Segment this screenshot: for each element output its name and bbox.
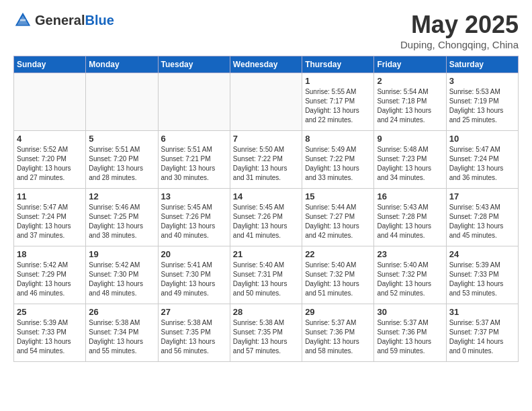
weekday-header-friday: Friday [374,56,446,73]
day-info: Sunrise: 5:37 AM Sunset: 7:36 PM Dayligh… [305,318,371,356]
week-row-4: 18Sunrise: 5:42 AM Sunset: 7:29 PM Dayli… [14,246,519,304]
day-info: Sunrise: 5:41 AM Sunset: 7:30 PM Dayligh… [161,261,227,298]
day-number: 22 [305,249,371,259]
calendar-cell: 15Sunrise: 5:44 AM Sunset: 7:27 PM Dayli… [302,189,374,246]
calendar-cell: 10Sunrise: 5:47 AM Sunset: 7:24 PM Dayli… [446,131,518,189]
calendar-cell: 1Sunrise: 5:55 AM Sunset: 7:17 PM Daylig… [302,73,374,131]
calendar-cell: 5Sunrise: 5:51 AM Sunset: 7:20 PM Daylig… [86,131,158,189]
week-row-3: 11Sunrise: 5:47 AM Sunset: 7:24 PM Dayli… [14,189,519,246]
calendar-cell: 11Sunrise: 5:47 AM Sunset: 7:24 PM Dayli… [14,189,86,246]
calendar-cell: 20Sunrise: 5:41 AM Sunset: 7:30 PM Dayli… [158,246,230,304]
calendar-cell: 9Sunrise: 5:48 AM Sunset: 7:23 PM Daylig… [374,131,446,189]
day-info: Sunrise: 5:51 AM Sunset: 7:20 PM Dayligh… [89,145,154,183]
day-info: Sunrise: 5:45 AM Sunset: 7:26 PM Dayligh… [161,203,227,240]
calendar-cell: 14Sunrise: 5:45 AM Sunset: 7:26 PM Dayli… [230,189,302,246]
calendar-cell: 23Sunrise: 5:40 AM Sunset: 7:32 PM Dayli… [374,246,446,304]
day-number: 25 [17,307,83,317]
weekday-header-thursday: Thursday [302,56,374,73]
calendar-cell: 4Sunrise: 5:52 AM Sunset: 7:20 PM Daylig… [14,131,86,189]
weekday-header-saturday: Saturday [446,56,518,73]
calendar-cell: 3Sunrise: 5:53 AM Sunset: 7:19 PM Daylig… [446,73,518,131]
day-number: 29 [305,307,371,317]
calendar-cell: 24Sunrise: 5:39 AM Sunset: 7:33 PM Dayli… [446,246,518,304]
day-number: 9 [377,134,443,144]
day-info: Sunrise: 5:42 AM Sunset: 7:30 PM Dayligh… [89,261,154,298]
day-number: 14 [233,191,299,201]
day-number: 15 [305,191,371,201]
week-row-1: 1Sunrise: 5:55 AM Sunset: 7:17 PM Daylig… [14,73,519,131]
calendar-cell: 29Sunrise: 5:37 AM Sunset: 7:36 PM Dayli… [302,304,374,362]
calendar-cell: 2Sunrise: 5:54 AM Sunset: 7:18 PM Daylig… [374,73,446,131]
day-info: Sunrise: 5:40 AM Sunset: 7:32 PM Dayligh… [377,261,443,298]
day-number: 19 [89,249,154,259]
weekday-header-sunday: Sunday [14,56,86,73]
day-number: 16 [377,191,443,201]
calendar-cell: 18Sunrise: 5:42 AM Sunset: 7:29 PM Dayli… [14,246,86,304]
day-info: Sunrise: 5:42 AM Sunset: 7:29 PM Dayligh… [17,261,83,298]
weekday-header-tuesday: Tuesday [158,56,230,73]
day-number: 17 [449,191,515,201]
calendar-cell: 12Sunrise: 5:46 AM Sunset: 7:25 PM Dayli… [86,189,158,246]
logo-text: GeneralBlue [35,13,114,28]
calendar-cell: 8Sunrise: 5:49 AM Sunset: 7:22 PM Daylig… [302,131,374,189]
day-number: 28 [233,307,299,317]
day-info: Sunrise: 5:40 AM Sunset: 7:32 PM Dayligh… [305,261,371,298]
day-info: Sunrise: 5:37 AM Sunset: 7:36 PM Dayligh… [377,318,443,356]
day-number: 26 [89,307,154,317]
svg-rect-2 [20,19,26,21]
logo-blue: Blue [85,13,114,28]
calendar-cell: 30Sunrise: 5:37 AM Sunset: 7:36 PM Dayli… [374,304,446,362]
day-number: 6 [161,134,227,144]
calendar-cell: 17Sunrise: 5:43 AM Sunset: 7:28 PM Dayli… [446,189,518,246]
day-info: Sunrise: 5:39 AM Sunset: 7:33 PM Dayligh… [17,318,83,356]
day-number: 10 [449,134,515,144]
logo: GeneralBlue [13,11,114,30]
day-info: Sunrise: 5:44 AM Sunset: 7:27 PM Dayligh… [305,203,371,240]
calendar-cell: 22Sunrise: 5:40 AM Sunset: 7:32 PM Dayli… [302,246,374,304]
day-info: Sunrise: 5:39 AM Sunset: 7:33 PM Dayligh… [449,261,515,298]
calendar-cell: 25Sunrise: 5:39 AM Sunset: 7:33 PM Dayli… [14,304,86,362]
day-number: 5 [89,134,154,144]
weekday-header-wednesday: Wednesday [230,56,302,73]
calendar-cell [230,73,302,131]
day-info: Sunrise: 5:43 AM Sunset: 7:28 PM Dayligh… [449,203,515,240]
calendar-cell [86,73,158,131]
week-row-2: 4Sunrise: 5:52 AM Sunset: 7:20 PM Daylig… [14,131,519,189]
day-number: 31 [449,307,515,317]
calendar-cell: 28Sunrise: 5:38 AM Sunset: 7:35 PM Dayli… [230,304,302,362]
day-info: Sunrise: 5:47 AM Sunset: 7:24 PM Dayligh… [449,145,515,183]
week-row-5: 25Sunrise: 5:39 AM Sunset: 7:33 PM Dayli… [14,304,519,362]
day-number: 2 [377,76,443,86]
day-number: 18 [17,249,83,259]
calendar-cell: 7Sunrise: 5:50 AM Sunset: 7:22 PM Daylig… [230,131,302,189]
calendar-cell: 27Sunrise: 5:38 AM Sunset: 7:35 PM Dayli… [158,304,230,362]
title-block: May 2025 Duping, Chongqing, China [400,11,519,50]
day-number: 8 [305,134,371,144]
title-month: May 2025 [400,11,519,39]
day-info: Sunrise: 5:40 AM Sunset: 7:31 PM Dayligh… [233,261,299,298]
day-info: Sunrise: 5:50 AM Sunset: 7:22 PM Dayligh… [233,145,299,183]
day-number: 4 [17,134,83,144]
day-info: Sunrise: 5:53 AM Sunset: 7:19 PM Dayligh… [449,87,515,125]
calendar-cell: 26Sunrise: 5:38 AM Sunset: 7:34 PM Dayli… [86,304,158,362]
day-number: 21 [233,249,299,259]
calendar-cell: 16Sunrise: 5:43 AM Sunset: 7:28 PM Dayli… [374,189,446,246]
day-info: Sunrise: 5:54 AM Sunset: 7:18 PM Dayligh… [377,87,443,125]
day-info: Sunrise: 5:47 AM Sunset: 7:24 PM Dayligh… [17,203,83,240]
day-number: 13 [161,191,227,201]
day-info: Sunrise: 5:48 AM Sunset: 7:23 PM Dayligh… [377,145,443,183]
day-number: 23 [377,249,443,259]
calendar-cell: 31Sunrise: 5:37 AM Sunset: 7:37 PM Dayli… [446,304,518,362]
day-number: 11 [17,191,83,201]
calendar-cell: 19Sunrise: 5:42 AM Sunset: 7:30 PM Dayli… [86,246,158,304]
day-info: Sunrise: 5:43 AM Sunset: 7:28 PM Dayligh… [377,203,443,240]
day-info: Sunrise: 5:37 AM Sunset: 7:37 PM Dayligh… [449,318,515,356]
day-info: Sunrise: 5:38 AM Sunset: 7:34 PM Dayligh… [89,318,154,356]
calendar-table: SundayMondayTuesdayWednesdayThursdayFrid… [13,56,519,362]
day-info: Sunrise: 5:55 AM Sunset: 7:17 PM Dayligh… [305,87,371,125]
header: GeneralBlue May 2025 Duping, Chongqing, … [13,11,519,50]
day-info: Sunrise: 5:51 AM Sunset: 7:21 PM Dayligh… [161,145,227,183]
day-number: 24 [449,249,515,259]
calendar-cell: 21Sunrise: 5:40 AM Sunset: 7:31 PM Dayli… [230,246,302,304]
weekday-header-row: SundayMondayTuesdayWednesdayThursdayFrid… [14,56,519,73]
